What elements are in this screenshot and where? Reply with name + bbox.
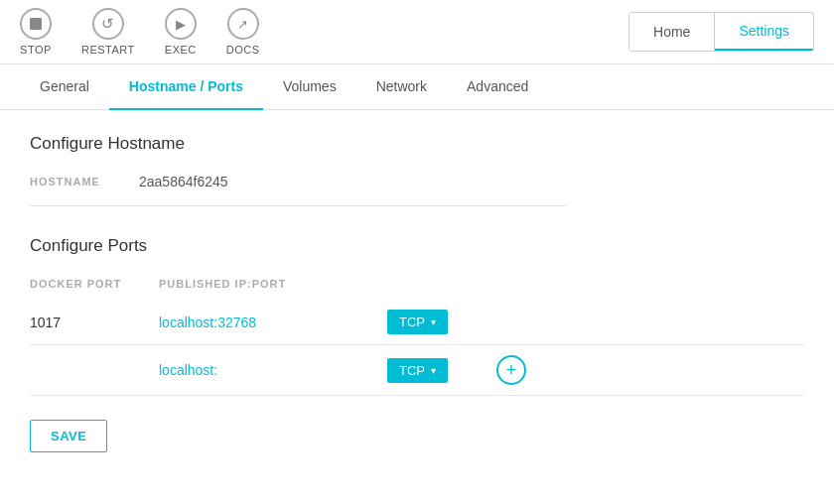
tab-volumes[interactable]: Volumes <box>263 64 356 110</box>
restart-button[interactable]: ↺ RESTART <box>81 8 135 56</box>
hostname-row: HOSTNAME 2aa5864f6245 <box>30 174 566 206</box>
docker-port-1: 1017 <box>30 315 159 330</box>
hostname-section-title: Configure Hostname <box>30 134 804 154</box>
top-nav: Home Settings <box>628 12 814 52</box>
table-row: 1017 localhost:32768 TCP ▾ <box>30 300 804 345</box>
save-button[interactable]: SAVE <box>30 420 107 452</box>
restart-icon: ↺ <box>92 8 124 40</box>
stop-button[interactable]: STOP <box>20 8 52 56</box>
table-row: localhost: TCP ▾ + <box>30 345 804 396</box>
home-tab[interactable]: Home <box>629 13 715 51</box>
exec-icon: ▶ <box>165 8 197 40</box>
proto-col-2: TCP ▾ <box>387 358 486 383</box>
tab-network[interactable]: Network <box>356 64 447 110</box>
ports-section-title: Configure Ports <box>30 236 804 256</box>
stop-icon <box>20 8 52 40</box>
docs-label: DOCS <box>226 44 260 56</box>
main-content: Configure Hostname HOSTNAME 2aa5864f6245… <box>0 110 834 476</box>
tab-bar: General Hostname / Ports Volumes Network… <box>0 64 834 110</box>
toolbar: STOP ↺ RESTART ▶ EXEC ↗ DOCS Home Settin… <box>0 0 834 64</box>
tab-hostname-ports[interactable]: Hostname / Ports <box>109 64 263 110</box>
toolbar-actions: STOP ↺ RESTART ▶ EXEC ↗ DOCS <box>20 8 628 56</box>
tcp-dropdown-2[interactable]: TCP ▾ <box>387 358 448 383</box>
tab-advanced[interactable]: Advanced <box>447 64 548 110</box>
hostname-label: HOSTNAME <box>30 176 119 188</box>
tcp-dropdown-1[interactable]: TCP ▾ <box>387 310 448 334</box>
docs-button[interactable]: ↗ DOCS <box>226 8 260 56</box>
published-port-1[interactable]: localhost:32768 <box>159 315 387 330</box>
ports-table-header: DOCKER PORT PUBLISHED IP:PORT <box>30 272 804 296</box>
settings-tab[interactable]: Settings <box>715 13 813 51</box>
restart-label: RESTART <box>81 44 135 56</box>
ports-table: DOCKER PORT PUBLISHED IP:PORT 1017 local… <box>30 272 804 396</box>
exec-label: EXEC <box>165 44 197 56</box>
proto-col-1: TCP ▾ <box>387 310 486 334</box>
col-docker-header: DOCKER PORT <box>30 278 159 290</box>
hostname-value: 2aa5864f6245 <box>139 174 228 189</box>
published-port-2[interactable]: localhost: <box>159 362 387 378</box>
exec-button[interactable]: ▶ EXEC <box>165 8 197 56</box>
col-published-header: PUBLISHED IP:PORT <box>159 278 387 290</box>
dropdown-arrow-2: ▾ <box>431 365 436 376</box>
tab-general[interactable]: General <box>20 64 109 110</box>
dropdown-arrow-1: ▾ <box>431 316 436 327</box>
stop-label: STOP <box>20 44 52 56</box>
add-port-button[interactable]: + <box>496 355 526 385</box>
docs-icon: ↗ <box>227 8 259 40</box>
